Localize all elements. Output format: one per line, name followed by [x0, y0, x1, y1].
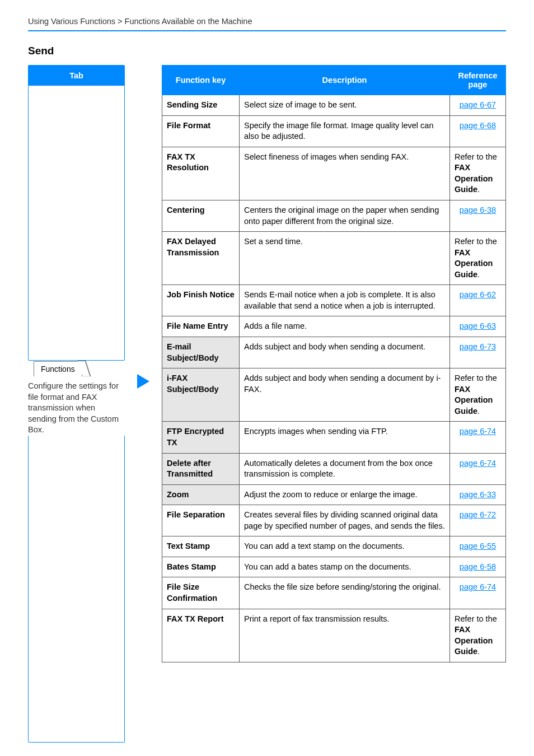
table-row: Delete after TransmittedAutomatically de… — [162, 453, 506, 484]
table-row: File Size ConfirmationChecks the file si… — [162, 577, 506, 609]
table-row: File FormatSpecify the image file format… — [162, 115, 506, 147]
function-key-cell: Sending Size — [162, 95, 240, 116]
functions-tab-chip: Functions — [34, 361, 125, 376]
breadcrumb: Using Various Functions > Functions Avai… — [28, 17, 506, 26]
tab-description: Configure the settings for file format a… — [28, 381, 125, 436]
description-cell: You can add a text stamp on the document… — [240, 536, 450, 557]
function-key-cell: Delete after Transmitted — [162, 453, 240, 484]
reference-cell[interactable]: page 6-33 — [450, 484, 506, 505]
reference-cell[interactable]: page 6-63 — [450, 316, 506, 337]
table-row: i-FAX Subject/BodyAdds subject and body … — [162, 368, 506, 422]
description-cell: Encrypts images when sending via FTP. — [240, 422, 450, 453]
table-row: ZoomAdjust the zoom to reduce or enlarge… — [162, 484, 506, 505]
reference-cell: Refer to the FAX Operation Guide. — [450, 147, 506, 200]
table-row: File Name EntryAdds a file name.page 6-6… — [162, 316, 506, 337]
description-cell: Specify the image file format. Image qua… — [240, 115, 450, 147]
col-header-function-key: Function key — [162, 66, 240, 95]
description-cell: Automatically deletes a document from th… — [240, 453, 450, 484]
function-key-cell: FAX Delayed Transmission — [162, 232, 240, 285]
function-key-cell: Text Stamp — [162, 536, 240, 557]
table-row: FAX TX ReportPrint a report of fax trans… — [162, 609, 506, 662]
table-row: FTP Encrypted TXEncrypts images when sen… — [162, 422, 506, 453]
col-header-reference: Reference page — [450, 66, 506, 95]
functions-table: Function key Description Reference page … — [162, 65, 506, 662]
function-key-cell: FTP Encrypted TX — [162, 422, 240, 453]
tab-column: Tab Functions Configure the settings for… — [28, 65, 125, 743]
function-key-cell: Job Finish Notice — [162, 285, 240, 316]
reference-cell[interactable]: page 6-73 — [450, 337, 506, 368]
function-key-cell: Bates Stamp — [162, 557, 240, 577]
function-key-cell: E-mail Subject/Body — [162, 337, 240, 368]
function-key-cell: FAX TX Report — [162, 609, 240, 662]
reference-cell[interactable]: page 6-62 — [450, 285, 506, 316]
table-row: Job Finish NoticeSends E-mail notice whe… — [162, 285, 506, 316]
table-row: E-mail Subject/BodyAdds subject and body… — [162, 337, 506, 368]
header-rule — [28, 30, 506, 31]
table-row: FAX Delayed TransmissionSet a send time.… — [162, 232, 506, 285]
reference-cell[interactable]: page 6-68 — [450, 115, 506, 147]
description-cell: Set a send time. — [240, 232, 450, 285]
reference-cell[interactable]: page 6-55 — [450, 536, 506, 557]
description-cell: Print a report of fax transmission resul… — [240, 609, 450, 662]
table-row: Bates StampYou can add a bates stamp on … — [162, 557, 506, 577]
tab-header: Tab — [29, 66, 124, 86]
reference-cell[interactable]: page 6-72 — [450, 505, 506, 536]
description-cell: Select size of image to be sent. — [240, 95, 450, 116]
reference-cell: Refer to the FAX Operation Guide. — [450, 232, 506, 285]
description-cell: Adds subject and body when sending a doc… — [240, 337, 450, 368]
description-cell: You can add a bates stamp on the documen… — [240, 557, 450, 577]
arrow-indicator — [134, 65, 153, 681]
col-header-description: Description — [240, 66, 450, 95]
function-key-cell: Zoom — [162, 484, 240, 505]
function-key-cell: File Name Entry — [162, 316, 240, 337]
reference-cell[interactable]: page 6-74 — [450, 422, 506, 453]
reference-cell[interactable]: page 6-58 — [450, 557, 506, 577]
description-cell: Creates several files by dividing scanne… — [240, 505, 450, 536]
function-key-cell: File Separation — [162, 505, 240, 536]
reference-cell[interactable]: page 6-74 — [450, 453, 506, 484]
play-arrow-icon — [136, 373, 151, 390]
function-key-cell: i-FAX Subject/Body — [162, 368, 240, 422]
svg-marker-0 — [137, 374, 149, 389]
description-cell: Adds a file name. — [240, 316, 450, 337]
section-title: Send — [28, 45, 506, 57]
functions-chip-label: Functions — [34, 361, 82, 376]
table-row: File SeparationCreates several files by … — [162, 505, 506, 536]
reference-cell: Refer to the FAX Operation Guide. — [450, 609, 506, 662]
description-cell: Adds subject and body when sending a doc… — [240, 368, 450, 422]
table-row: CenteringCenters the original image on t… — [162, 200, 506, 231]
table-row: Text StampYou can add a text stamp on th… — [162, 536, 506, 557]
table-row: FAX TX ResolutionSelect fineness of imag… — [162, 147, 506, 200]
reference-cell[interactable]: page 6-67 — [450, 95, 506, 116]
function-key-cell: Centering — [162, 200, 240, 231]
reference-cell: Refer to the FAX Operation Guide. — [450, 368, 506, 422]
description-cell: Sends E-mail notice when a job is comple… — [240, 285, 450, 316]
description-cell: Centers the original image on the paper … — [240, 200, 450, 231]
reference-cell[interactable]: page 6-74 — [450, 577, 506, 609]
description-cell: Adjust the zoom to reduce or enlarge the… — [240, 484, 450, 505]
description-cell: Select fineness of images when sending F… — [240, 147, 450, 200]
reference-cell[interactable]: page 6-38 — [450, 200, 506, 231]
function-key-cell: File Format — [162, 115, 240, 147]
description-cell: Checks the file size before sending/stor… — [240, 577, 450, 609]
function-key-cell: FAX TX Resolution — [162, 147, 240, 200]
table-row: Sending SizeSelect size of image to be s… — [162, 95, 506, 116]
function-key-cell: File Size Confirmation — [162, 577, 240, 609]
